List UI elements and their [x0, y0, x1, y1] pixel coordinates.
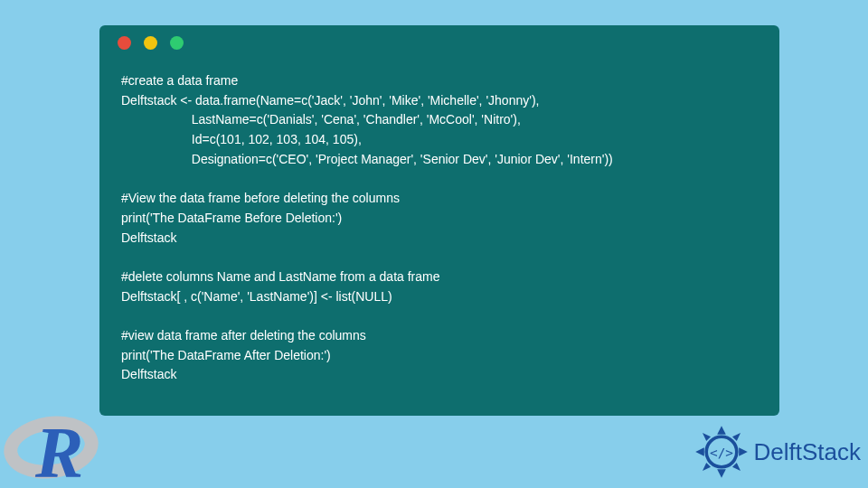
gear-icon: </> — [694, 425, 749, 479]
r-logo-letter: R — [35, 412, 83, 488]
svg-marker-5 — [732, 433, 741, 441]
maximize-icon[interactable] — [170, 36, 184, 50]
code-window: #create a data frame Delftstack <- data.… — [99, 25, 779, 416]
svg-marker-3 — [739, 447, 748, 456]
svg-marker-4 — [703, 433, 711, 441]
delftstack-text: DelftStack — [754, 438, 862, 466]
svg-marker-0 — [717, 426, 726, 435]
delftstack-logo: </> DelftStack — [694, 425, 862, 479]
minimize-icon[interactable] — [144, 36, 157, 50]
close-icon[interactable] — [118, 36, 131, 50]
window-controls — [99, 36, 779, 59]
svg-marker-1 — [717, 469, 726, 478]
svg-text:</>: </> — [710, 446, 733, 460]
svg-marker-7 — [732, 463, 741, 471]
code-content: #create a data frame Delftstack <- data.… — [99, 59, 779, 385]
r-language-logo: R — [4, 408, 103, 484]
svg-marker-2 — [695, 447, 704, 456]
svg-marker-6 — [703, 463, 711, 471]
